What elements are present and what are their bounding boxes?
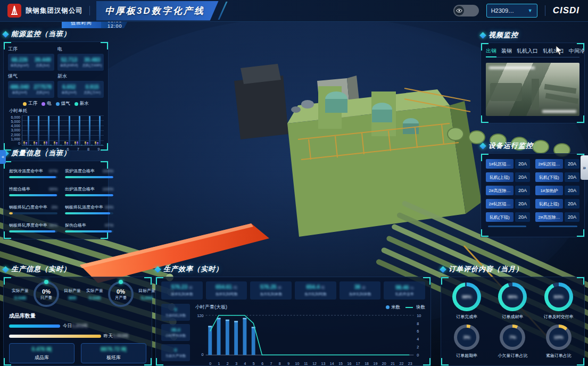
collapse-right-tab[interactable]: »: [581, 155, 588, 180]
feed-conveyor-shape: [544, 84, 577, 94]
quality-label: 性能合格率: [9, 186, 30, 192]
bar: [60, 145, 62, 145]
device-label-button[interactable]: 2#高压除…: [535, 212, 563, 222]
side-stat-label: 当前欠产块数: [165, 354, 186, 359]
x-tick: 4: [241, 362, 249, 365]
order-donut: 7%小欠量订单占比: [491, 325, 534, 360]
energy-group-box: 486.040单耗(m³/t)277578总耗(m³): [8, 81, 54, 98]
panel-diamond-icon: [440, 266, 446, 273]
energy-legend: 工序电煤气新水: [8, 101, 104, 107]
bar: [89, 116, 90, 145]
stat-label: 轧机作业率: [395, 292, 414, 297]
stat-value: 38 块: [354, 284, 366, 290]
device-cell: 1#轧区辊…20A: [486, 159, 530, 169]
donut-label: 订单超期率: [456, 353, 477, 359]
order-donut: 3%订单超期率: [445, 325, 488, 360]
y-tick: 2,000: [8, 133, 20, 137]
x-tick: 2: [223, 362, 232, 365]
y-tick: 6,000: [8, 115, 20, 119]
panel-diamond-icon: [479, 143, 486, 149]
production-panel: 实际产量 0.045 0% 日产量 目标产量 900 实际产量 0.045: [3, 277, 152, 366]
target-output-label: 目标产量: [61, 288, 84, 294]
donut-label: 订单成材率: [502, 314, 523, 320]
svg-text:8: 8: [417, 321, 419, 326]
energy-value: 277578: [34, 84, 52, 90]
device-label-button[interactable]: 2#轧区辊…: [535, 159, 563, 169]
legend-dot-icon: [42, 102, 45, 106]
side-stat-value: 0: [174, 307, 177, 312]
x-tick: 3: [232, 362, 241, 365]
device-scrollbar: [486, 226, 579, 227]
scrollbar-thumb[interactable]: [488, 226, 526, 227]
x-tick: 7: [267, 362, 275, 365]
stat-unit: %: [410, 286, 413, 290]
bar: [81, 145, 82, 145]
legend-label: 新水: [80, 101, 89, 107]
scrollbar-thumb[interactable]: [539, 226, 577, 227]
bar: [23, 142, 25, 145]
device-label-button[interactable]: 1#轧区辊…: [486, 159, 514, 169]
x-tick: 22: [397, 362, 405, 365]
quality-item-head: 钢板终轧厚度命中率96%: [9, 222, 57, 228]
device-label-button[interactable]: 轧机(上辊): [535, 199, 563, 209]
side-stat-value: 38.4: [171, 327, 180, 332]
y-tick: 5,000: [8, 120, 20, 123]
actual-output-value: 0.045: [84, 295, 106, 301]
bar: [97, 142, 98, 145]
device-label-button[interactable]: 轧机(上辊): [486, 172, 514, 182]
video-tab-1[interactable]: 装钢: [501, 47, 512, 55]
video-tab-0[interactable]: 出钢: [486, 47, 496, 55]
device-value: 20A: [565, 199, 579, 209]
bar-group: [85, 116, 93, 145]
energy-metric: 0.915总耗(万m³): [81, 81, 104, 98]
quality-item-head: 出炉温度合格率100%: [65, 186, 113, 192]
efficiency-side-stat: 0当前欠产块数: [161, 344, 190, 361]
monthly-output-gauge: 实际产量 0.045 0% 月产量 目标产量 5,000: [84, 281, 158, 307]
orders-panel: 98%订单完成率95%订单成材率93%订单及时交付率3%订单超期率7%小欠量订单…: [441, 277, 585, 366]
x-tick: 8: [276, 362, 284, 365]
energy-value: 0.915: [86, 84, 99, 90]
video-tab-2[interactable]: 轧机入口: [517, 47, 538, 55]
legend-label: 米数: [391, 304, 400, 311]
device-label-button[interactable]: 2#高压除…: [486, 186, 514, 195]
efficiency-side-stat: 0当前待轧块数: [161, 304, 190, 321]
device-label-button[interactable]: 1#加热炉: [535, 186, 563, 195]
bar: [30, 145, 31, 145]
line-select-dropdown[interactable]: H2309… ▼: [486, 4, 537, 18]
video-tab-4[interactable]: 中间冷: [569, 47, 585, 55]
efficiency-section: 生产效率（实时） 576.23 米当班轧制米数654.61 吨当班轧制吨数576…: [155, 264, 431, 366]
device-label-button[interactable]: 2#轧区辊…: [486, 199, 514, 209]
bar-group: [44, 116, 52, 145]
bar: [67, 142, 68, 145]
svg-text:2: 2: [417, 345, 419, 350]
stat-label: 当班轧制吨数: [216, 292, 238, 297]
energy-groups: 工序68.226单耗(kgce/t)39.449总耗(tce)电52.713单耗…: [8, 46, 104, 98]
device-list: 1#轧区辊…20A2#轧区辊…20A轧机(上辊)20A轧机(下辊)20A2#高压…: [486, 159, 579, 222]
bar: [79, 116, 80, 145]
visibility-toggle[interactable]: [453, 5, 479, 16]
x-tick: 0: [206, 362, 214, 365]
donut-hole: 3%: [457, 328, 476, 347]
devices-title: 设备运行监控: [488, 141, 533, 151]
device-value: 20A: [565, 186, 579, 195]
day-output-ring: 0% 日产量: [34, 281, 59, 307]
collapse-left-tab[interactable]: «: [0, 150, 6, 164]
quality-panel: 超快冷温度命中率97%装炉温度合格率100%性能合格率99%出炉温度合格率100…: [3, 161, 109, 239]
device-label-button[interactable]: 轧机(下辊): [535, 172, 563, 182]
bar: [54, 142, 55, 145]
hourly-chart-x-axis: 01234567891011121314151617181920212223: [206, 362, 415, 365]
efficiency-stat: 576.25 米当日轧制米数: [250, 281, 292, 300]
quality-item-head: 钢板终轧凸度命中率3%: [9, 204, 57, 210]
quality-value: 99%: [49, 187, 57, 192]
bar: [85, 142, 86, 145]
hourly-chart-plot: 12001086420: [195, 311, 425, 362]
device-label-button[interactable]: 轧机(下辊): [486, 212, 514, 222]
energy-unit: 单耗(kWh/t): [60, 63, 78, 68]
feed-conveyor-shape: [545, 93, 579, 104]
order-donut: 10%紧急订单占比: [537, 325, 580, 360]
efficiency-side-stat: 38.4小时平均块数: [161, 324, 190, 341]
device-cell: 2#轧区辊…20A: [486, 199, 530, 209]
donut-ring: 10%: [546, 325, 572, 350]
energy-metric: 6.652单耗(m³/t): [57, 81, 81, 98]
stock-bar-value: 1,253吨: [113, 333, 129, 339]
